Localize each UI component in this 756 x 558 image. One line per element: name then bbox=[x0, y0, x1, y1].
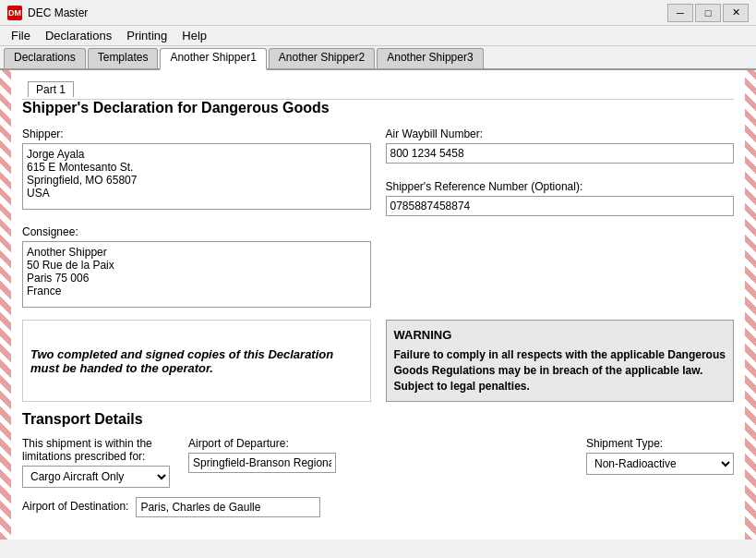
destination-input[interactable] bbox=[136, 497, 320, 517]
app-icon: DM bbox=[7, 6, 22, 20]
transport-row: This shipment is within the limitations … bbox=[22, 437, 734, 488]
window-controls: ─ □ ✕ bbox=[667, 4, 749, 22]
part-bar: Part 1 bbox=[22, 79, 734, 100]
destination-row: Airport of Destination: bbox=[22, 497, 734, 517]
shipper-row: Shipper: Air Waybill Number: Shipper's R… bbox=[22, 127, 734, 216]
shipment-type-label: Shipment Type: bbox=[586, 437, 734, 450]
shipper-ref-label: Shipper's Reference Number (Optional): bbox=[386, 180, 735, 193]
left-note: Two completed and signed copies of this … bbox=[22, 320, 371, 402]
limitations-select[interactable]: Cargo Aircraft Only Passenger and Cargo … bbox=[22, 466, 170, 488]
right-spacer bbox=[386, 225, 735, 310]
menu-help[interactable]: Help bbox=[174, 28, 214, 43]
destination-label: Airport of Destination: bbox=[22, 500, 128, 513]
menu-declarations[interactable]: Declarations bbox=[38, 28, 119, 43]
air-waybill-label: Air Waybill Number: bbox=[386, 127, 735, 140]
scroll-area: Shipper's Declaration for Dangerous Good… bbox=[22, 100, 734, 530]
menu-file[interactable]: File bbox=[4, 28, 38, 43]
main-content: Part 1 Shipper's Declaration for Dangero… bbox=[0, 70, 756, 540]
warning-title: WARNING bbox=[394, 328, 726, 342]
shipment-type-select[interactable]: Non-Radioactive Radioactive bbox=[586, 453, 734, 475]
limitations-field: This shipment is within the limitations … bbox=[22, 437, 170, 488]
tab-another-shipper1[interactable]: Another Shipper1 bbox=[160, 48, 266, 70]
section-title: Shipper's Declaration for Dangerous Good… bbox=[22, 100, 734, 116]
shipper-col: Shipper: bbox=[22, 127, 371, 216]
menu-printing[interactable]: Printing bbox=[119, 28, 174, 43]
air-waybill-input[interactable] bbox=[386, 143, 735, 164]
departure-field: Airport of Departure: bbox=[188, 437, 336, 473]
tab-bar: Declarations Templates Another Shipper1 … bbox=[0, 46, 756, 70]
transport-title: Transport Details bbox=[22, 411, 734, 428]
tab-templates[interactable]: Templates bbox=[88, 48, 159, 68]
departure-input[interactable] bbox=[188, 453, 336, 473]
right-warning: WARNING Failure to comply in all respect… bbox=[386, 320, 735, 402]
tab-another-shipper2[interactable]: Another Shipper2 bbox=[269, 48, 375, 68]
consignee-col: Consignee: bbox=[22, 225, 371, 310]
limitations-label: This shipment is within the limitations … bbox=[22, 437, 170, 463]
waybill-col: Air Waybill Number: Shipper's Reference … bbox=[386, 127, 735, 216]
tab-declarations[interactable]: Declarations bbox=[4, 48, 86, 68]
note-warning-row: Two completed and signed copies of this … bbox=[22, 320, 734, 402]
stripe-right bbox=[745, 70, 756, 540]
maximize-button[interactable]: □ bbox=[695, 4, 721, 22]
close-button[interactable]: ✕ bbox=[723, 4, 749, 22]
menu-bar: File Declarations Printing Help bbox=[0, 26, 756, 46]
minimize-button[interactable]: ─ bbox=[667, 4, 693, 22]
app-title: DEC Master bbox=[28, 6, 88, 19]
tab-another-shipper3[interactable]: Another Shipper3 bbox=[377, 48, 483, 68]
shipper-ref-input[interactable] bbox=[386, 196, 735, 216]
departure-label: Airport of Departure: bbox=[188, 437, 336, 450]
consignee-textarea[interactable] bbox=[22, 241, 371, 308]
shipment-type-field: Shipment Type: Non-Radioactive Radioacti… bbox=[586, 437, 734, 475]
part-tab[interactable]: Part 1 bbox=[28, 81, 74, 97]
consignee-label: Consignee: bbox=[22, 225, 371, 238]
consignee-warning-row: Consignee: bbox=[22, 225, 734, 310]
warning-text: Failure to comply in all respects with t… bbox=[394, 347, 726, 394]
stripe-left bbox=[0, 70, 11, 540]
title-bar: DM DEC Master ─ □ ✕ bbox=[0, 0, 756, 26]
shipper-textarea[interactable] bbox=[22, 143, 371, 210]
shipper-label: Shipper: bbox=[22, 127, 371, 140]
